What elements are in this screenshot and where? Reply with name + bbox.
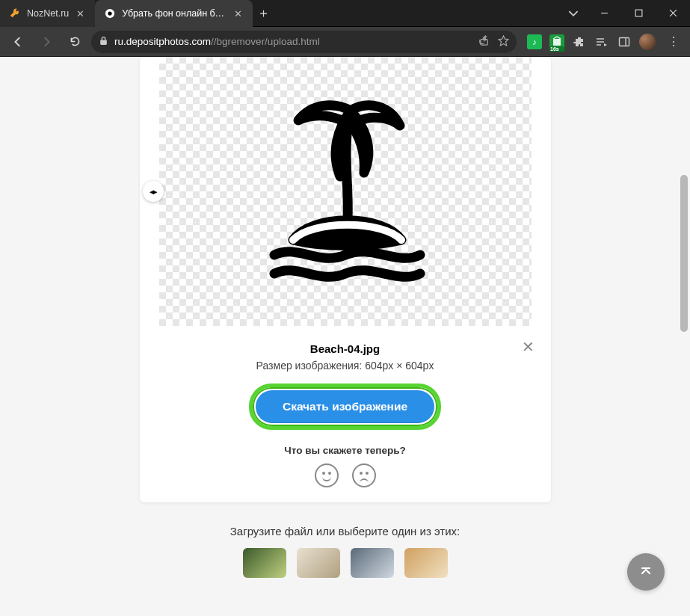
extension-icons: ♪ 16s ⋮ <box>521 34 684 50</box>
extensions-icon[interactable] <box>572 34 587 49</box>
download-button[interactable]: Скачать изображение <box>256 390 434 423</box>
share-icon[interactable] <box>479 35 490 49</box>
tab-label: NozNet.ru <box>27 8 69 19</box>
maximize-button[interactable] <box>621 0 656 27</box>
url-text: ru.depositphotos.com//bgremover/upload.h… <box>114 36 320 47</box>
chevron-down-icon[interactable] <box>560 8 587 19</box>
transparent-preview <box>159 57 532 326</box>
close-button[interactable] <box>656 0 690 27</box>
sample-thumb[interactable] <box>297 548 340 578</box>
compare-slider-handle[interactable]: ◂▸ <box>143 181 164 202</box>
scroll-top-button[interactable] <box>627 553 665 591</box>
window-controls <box>560 0 690 26</box>
upload-prompt: Загрузите файл или выберите один из этих… <box>0 525 690 538</box>
tab-bgremover[interactable]: Убрать фон онлайн бесплатно ✕ <box>95 0 253 27</box>
toolbar: ru.depositphotos.com//bgremover/upload.h… <box>0 27 690 57</box>
svg-rect-6 <box>620 37 629 46</box>
menu-icon[interactable]: ⋮ <box>663 34 684 49</box>
close-icon[interactable]: ✕ <box>232 8 244 19</box>
feedback-faces <box>159 463 532 487</box>
svg-rect-3 <box>100 40 107 45</box>
reload-button[interactable] <box>63 30 87 54</box>
sample-thumb[interactable] <box>243 548 286 578</box>
close-icon[interactable]: ✕ <box>522 338 535 356</box>
page-viewport: ◂▸ ✕ Beach-04.jpg Размер изображения: 60… <box>0 57 690 616</box>
minimize-button[interactable] <box>587 0 621 27</box>
sample-thumbnails <box>0 548 690 578</box>
highlight-frame: Скачать изображение <box>249 384 441 430</box>
tab-strip: NozNet.ru ✕ Убрать фон онлайн бесплатно … <box>0 0 560 26</box>
tab-noznet[interactable]: NozNet.ru ✕ <box>0 0 95 27</box>
filename-label: Beach-04.jpg <box>159 342 532 355</box>
tab-label: Убрать фон онлайн бесплатно <box>122 8 227 19</box>
media-control-icon[interactable] <box>594 34 609 49</box>
happy-face-icon[interactable] <box>315 463 339 487</box>
svg-rect-5 <box>553 39 561 46</box>
sample-thumb[interactable] <box>351 548 394 578</box>
lock-icon <box>99 36 108 48</box>
sad-face-icon[interactable] <box>352 463 376 487</box>
extension-music-icon[interactable]: ♪ <box>527 34 542 49</box>
feedback-question: Что вы скажете теперь? <box>159 445 532 456</box>
back-button[interactable] <box>6 30 30 54</box>
svg-point-1 <box>108 11 112 15</box>
omnibox-actions <box>479 35 509 49</box>
site-icon <box>104 7 116 19</box>
preview-area: ◂▸ <box>159 57 532 326</box>
wrench-icon <box>9 7 21 19</box>
side-panel-icon[interactable] <box>617 34 632 49</box>
result-card: ◂▸ ✕ Beach-04.jpg Размер изображения: 60… <box>140 57 551 502</box>
extension-badge-icon[interactable]: 16s <box>549 34 564 49</box>
address-bar[interactable]: ru.depositphotos.com//bgremover/upload.h… <box>91 31 517 53</box>
profile-avatar[interactable] <box>639 34 656 50</box>
star-icon[interactable] <box>498 35 509 49</box>
browser-window: NozNet.ru ✕ Убрать фон онлайн бесплатно … <box>0 0 690 616</box>
dimensions-label: Размер изображения: 604px × 604px <box>159 360 532 372</box>
image-preview <box>252 94 439 289</box>
close-icon[interactable]: ✕ <box>75 8 86 19</box>
titlebar: NozNet.ru ✕ Убрать фон онлайн бесплатно … <box>0 0 690 27</box>
sample-thumb[interactable] <box>404 548 448 578</box>
forward-button <box>34 30 58 54</box>
svg-rect-2 <box>635 10 642 16</box>
new-tab-button[interactable]: ＋ <box>253 0 274 26</box>
scrollbar-thumb[interactable] <box>680 175 688 332</box>
